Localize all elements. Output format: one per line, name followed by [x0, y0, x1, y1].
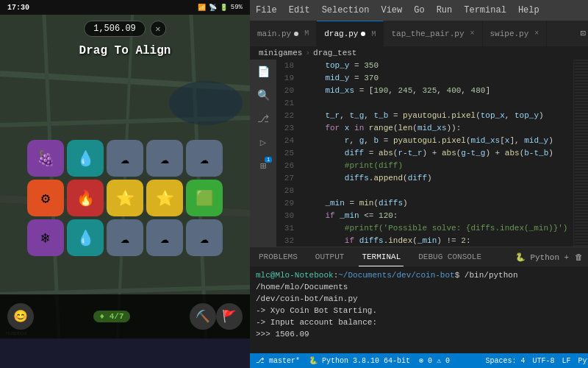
- terminal-line-1b: /dev/coin-bot/main.py: [256, 293, 588, 305]
- grid-cell-14[interactable]: ☁️: [186, 219, 223, 256]
- menu-bar: File Edit Selection View Go Run Terminal…: [250, 0, 588, 21]
- score-badge: ♦ 4/7: [93, 311, 129, 322]
- minimap: [573, 60, 588, 247]
- tab-output[interactable]: OUTPUT: [312, 247, 348, 266]
- grid-cell-7[interactable]: ⭐: [107, 180, 143, 216]
- breadcrumb: minigames › drag_test: [250, 46, 588, 60]
- grid-cell-3[interactable]: ☁️: [146, 140, 183, 177]
- grid-cell-4[interactable]: ☁️: [186, 140, 223, 177]
- encoding-label: UTF-8: [532, 357, 554, 365]
- coin-display: 1,506.09: [84, 21, 146, 37]
- status-bar-bottom: ⎇ master* 🐍 Python 3.8.10 64-bit ⊗ 0 ⚠ 0…: [250, 353, 588, 368]
- code-lines: 18 19 20 21 22 23 24 25 26 27 28 29 30 3…: [276, 60, 588, 247]
- sidebar-icons: 📄 🔍 ⎇ ▷ ⊞ 1: [250, 60, 276, 247]
- grid-cell-9[interactable]: 🟩: [186, 180, 223, 216]
- tab-tap-py[interactable]: tap_the_pair.py ×: [384, 21, 482, 46]
- terminal-line-3: -> Input account balance:: [256, 316, 588, 328]
- bottom-panel: PROBLEMS OUTPUT TERMINAL DEBUG CONSOLE 🐍…: [250, 247, 588, 353]
- sidebar-debug-icon[interactable]: ▷: [254, 133, 272, 151]
- panel-tab-actions: 🐍 Python + 🗑 ✕ ⬆: [515, 252, 588, 262]
- menu-terminal[interactable]: Terminal: [464, 5, 506, 15]
- tab-terminal[interactable]: TERMINAL: [359, 247, 404, 266]
- tab-debug-console[interactable]: DEBUG CONSOLE: [415, 247, 484, 266]
- terminal-line-2: -> Xyo Coin Bot Starting.: [256, 305, 588, 316]
- top-overlay-bar: 1,506.09 ✕: [84, 21, 166, 37]
- sidebar-search-icon[interactable]: 🔍: [254, 86, 272, 104]
- grid-cell-2[interactable]: ☁️: [107, 140, 143, 177]
- pickaxe-icon[interactable]: ⛏️: [190, 303, 216, 330]
- python-version: 🐍 Python 3.8.10 64-bit: [309, 356, 410, 365]
- menu-help[interactable]: Help: [518, 5, 539, 15]
- grid-cell-8[interactable]: ⭐: [146, 180, 183, 216]
- tab-drag-py-close[interactable]: M: [371, 30, 376, 38]
- breadcrumb-drag-test: drag_test: [313, 49, 356, 57]
- git-branch[interactable]: ⎇ master*: [256, 356, 300, 365]
- close-icon: ✕: [155, 24, 160, 35]
- split-editor-icon[interactable]: ⊡: [581, 28, 586, 39]
- tab-main-py[interactable]: main.py M: [250, 21, 317, 46]
- terminal-line-5: [256, 340, 588, 352]
- grid-cell-5[interactable]: ⚙️: [27, 180, 64, 216]
- menu-view[interactable]: View: [381, 5, 402, 15]
- menu-file[interactable]: File: [256, 5, 277, 15]
- flag-icon[interactable]: 🚩: [216, 303, 243, 330]
- signal-icon: 📶: [198, 4, 206, 12]
- tab-swipe-py[interactable]: swipe.py ×: [483, 21, 548, 46]
- battery-icon: 🔋: [220, 4, 228, 12]
- grid-cell-6[interactable]: 🔥: [67, 180, 104, 216]
- line-numbers: 18 19 20 21 22 23 24 25 26 27 28 29 30 3…: [276, 60, 300, 247]
- status-right-items: Spaces: 4 UTF-8 LF Python: [485, 357, 588, 365]
- grid-cell-11[interactable]: 💧: [67, 219, 104, 256]
- mobile-status-icons: 📶 📡 🔋 59%: [198, 4, 243, 12]
- trash-icon[interactable]: 🗑: [575, 252, 583, 262]
- close-button[interactable]: ✕: [150, 21, 166, 37]
- tab-swipe-py-close[interactable]: ×: [534, 29, 539, 38]
- tabs-bar: main.py M drag.py M tap_the_pair.py × sw…: [250, 21, 588, 46]
- grid-cell-13[interactable]: ☁️: [146, 219, 183, 256]
- tab-drag-py[interactable]: drag.py M: [317, 21, 384, 46]
- terminal-line-4: >>> 1506.09: [256, 328, 588, 340]
- breadcrumb-minigames: minigames: [259, 49, 302, 57]
- tab-tap-py-label: tap_the_pair.py: [391, 29, 464, 38]
- code-area: 18 19 20 21 22 23 24 25 26 27 28 29 30 3…: [276, 60, 588, 247]
- wifi-icon: 📡: [209, 4, 217, 12]
- mobile-status-bar: 17:30 📶 📡 🔋 59%: [0, 0, 250, 15]
- menu-edit[interactable]: Edit: [289, 5, 310, 15]
- sidebar-git-icon[interactable]: ⎇: [254, 110, 272, 127]
- tab-action-icons: ⊡ ···: [581, 28, 588, 39]
- menu-run[interactable]: Run: [437, 5, 453, 15]
- menu-selection[interactable]: Selection: [322, 5, 370, 15]
- grid-cell-1[interactable]: 💧: [67, 140, 104, 177]
- tab-drag-py-label: drag.py: [324, 29, 358, 38]
- tab-swipe-py-label: swipe.py: [490, 29, 529, 38]
- tab-drag-py-modified: [361, 32, 365, 36]
- code-content: top_y = 350 mid_y = 370 mid_xs = [190, 2…: [300, 60, 573, 247]
- grid-cell-10[interactable]: ❄️: [27, 219, 64, 256]
- game-grid: 🍇 💧 ☁️ ☁️ ☁️ ⚙️ 🔥 ⭐ ⭐ 🟩 ❄️ 💧 ☁️ ☁️ ☁️: [27, 140, 223, 256]
- sidebar-extensions-icon[interactable]: ⊞ 1: [254, 157, 272, 174]
- language-label: Python: [578, 357, 588, 365]
- tab-main-py-modified: [294, 32, 298, 36]
- tab-tap-py-close[interactable]: ×: [470, 29, 475, 38]
- terminal-line-1: mlc@Mlo-Notebook:~/Documents/dev/coin-bo…: [256, 269, 588, 293]
- errors-warnings: ⊗ 0 ⚠ 0: [419, 356, 450, 365]
- avatar-icon[interactable]: 😊: [7, 303, 34, 330]
- grid-cell-0[interactable]: 🍇: [27, 140, 64, 177]
- map-background: mapbox 1,506.09 ✕ Drag To Align 🍇 💧 ☁️ ☁…: [0, 15, 250, 339]
- panel-tabs: PROBLEMS OUTPUT TERMINAL DEBUG CONSOLE 🐍…: [250, 247, 588, 266]
- coin-amount: 1,506.09: [93, 24, 136, 34]
- bottom-bar: 😊 ♦ 4/7 ⛏️ 🚩: [0, 294, 250, 339]
- vscode-panel: File Edit Selection View Go Run Terminal…: [250, 0, 588, 368]
- tab-problems[interactable]: PROBLEMS: [256, 247, 301, 266]
- python-label: 🐍 Python +: [515, 252, 569, 262]
- battery-percent: 59%: [231, 4, 243, 11]
- tab-main-py-label: main.py: [257, 29, 291, 38]
- grid-cell-12[interactable]: ☁️: [107, 219, 143, 256]
- tab-main-py-close[interactable]: M: [304, 29, 309, 38]
- menu-go[interactable]: Go: [414, 5, 424, 15]
- mobile-time: 17:30: [7, 4, 29, 12]
- sidebar-explorer-icon[interactable]: 📄: [254, 63, 272, 80]
- spaces-label: Spaces: 4: [485, 357, 525, 365]
- line-ending-label: LF: [562, 357, 570, 365]
- svg-point-8: [169, 81, 243, 125]
